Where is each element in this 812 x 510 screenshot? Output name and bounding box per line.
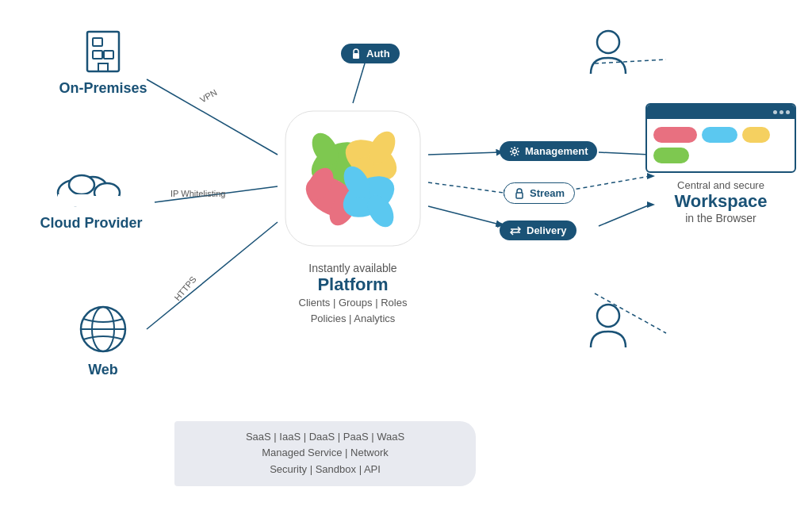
management-badge: Management: [500, 141, 597, 161]
lock-icon: [350, 48, 362, 59]
user-bottom: [587, 301, 630, 356]
workspace-text: Central and secure Workspace in the Brow…: [645, 179, 796, 224]
svg-point-51: [513, 149, 517, 153]
web-item: Web: [52, 301, 155, 378]
in-browser-label: in the Browser: [645, 212, 796, 224]
stream-badge: Stream: [504, 182, 575, 204]
svg-line-0: [147, 79, 278, 155]
browser-dot-2: [779, 110, 783, 114]
pill-yellow: [742, 127, 770, 143]
central-secure-label: Central and secure: [645, 179, 796, 191]
user-icon-top: [587, 28, 630, 79]
pill-blue: [702, 127, 737, 143]
svg-point-27: [69, 175, 94, 194]
pill-pink: [653, 127, 697, 143]
web-label: Web: [52, 362, 155, 378]
browser-dot-3: [786, 110, 790, 114]
banner-line1: SaaS | IaaS | DaaS | PaaS | WaaS: [246, 431, 404, 443]
svg-text:IP Whitelisting: IP Whitelisting: [170, 189, 226, 198]
banner-text: SaaS | IaaS | DaaS | PaaS | WaaS Managed…: [193, 429, 457, 478]
management-label: Management: [525, 145, 588, 157]
svg-rect-21: [93, 38, 102, 46]
workspace-box: Central and secure Workspace in the Brow…: [645, 103, 796, 224]
building-icon: [75, 24, 131, 75]
cloud-icon: [52, 163, 131, 210]
bottom-banner: SaaS | IaaS | DaaS | PaaS | WaaS Managed…: [174, 421, 476, 486]
browser-titlebar: [647, 105, 795, 119]
svg-text:VPN: VPN: [198, 87, 219, 105]
browser-window: [645, 103, 796, 173]
platform-label: Platform: [234, 274, 472, 295]
svg-line-8: [428, 182, 504, 193]
svg-line-10: [428, 206, 500, 224]
stream-label: Stream: [530, 187, 565, 199]
delivery-label: Delivery: [527, 224, 567, 236]
instantly-label: Instantly available: [234, 262, 472, 274]
svg-line-12: [599, 152, 650, 155]
banner-line2: Managed Service | Network: [262, 447, 388, 458]
auth-label: Auth: [366, 48, 390, 59]
platform-logo: [278, 103, 428, 254]
diagram-container: VPN IP Whitelisting HTTPS: [0, 0, 812, 510]
svg-rect-50: [353, 53, 359, 59]
on-premises-item: On-Premises: [48, 24, 159, 97]
svg-rect-31: [58, 196, 120, 205]
svg-point-54: [597, 305, 619, 327]
pill-green: [653, 148, 689, 163]
platform-sub: Clients | Groups | RolesPolicies | Analy…: [234, 295, 472, 326]
auth-badge: Auth: [341, 44, 400, 63]
workspace-title: Workspace: [645, 191, 796, 212]
browser-content: [647, 119, 795, 171]
on-premises-label: On-Premises: [48, 80, 159, 97]
svg-line-2: [155, 186, 278, 202]
globe-icon: [75, 301, 131, 357]
cloud-provider-label: Cloud Provider: [24, 215, 159, 232]
platform-sub-text: Clients | Groups | RolesPolicies | Analy…: [299, 297, 408, 324]
svg-rect-23: [104, 51, 113, 59]
svg-rect-22: [93, 51, 102, 59]
user-top: [587, 28, 630, 82]
gear-icon: [509, 146, 520, 157]
svg-text:HTTPS: HTTPS: [172, 274, 197, 302]
delivery-badge: Delivery: [500, 220, 576, 240]
svg-line-7: [428, 152, 500, 155]
banner-line3: Security | Sandbox | API: [270, 463, 381, 475]
arrows-icon: [509, 225, 522, 236]
svg-rect-24: [98, 63, 108, 71]
svg-line-16: [599, 205, 650, 226]
svg-line-6: [353, 63, 365, 103]
cloud-provider-item: Cloud Provider: [24, 163, 159, 232]
center-logo: [278, 103, 428, 254]
svg-point-53: [597, 31, 619, 53]
browser-dot-1: [773, 110, 777, 114]
user-icon-bottom: [587, 301, 630, 353]
svg-rect-52: [516, 193, 523, 198]
lock-stream-icon: [514, 188, 525, 199]
center-text: Instantly available Platform Clients | G…: [234, 262, 472, 326]
